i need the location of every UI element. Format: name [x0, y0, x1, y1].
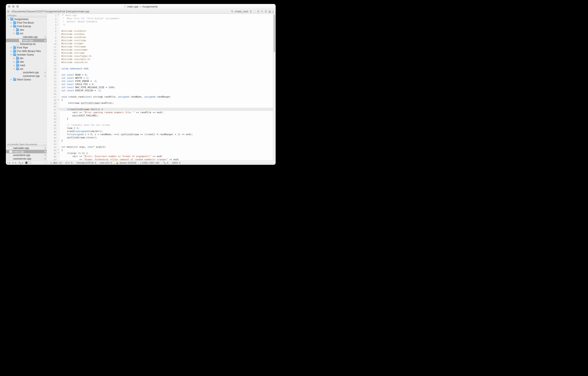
tree-item[interactable]: sockserver.cpp⊗ [6, 74, 47, 78]
code-line[interactable] [60, 70, 273, 73]
code-line[interactable]: outfileStream.close(); [60, 136, 273, 139]
tree-item[interactable]: Word Guess [6, 78, 47, 81]
search-icon[interactable]: 🔍 ▾ [18, 161, 23, 164]
code-area[interactable]: /* main.cpp * Main file for "Fork Execvp… [60, 14, 273, 161]
code-line[interactable]: int const CHILD_PID = 0; [60, 83, 273, 86]
tree-item[interactable]: Fun With Binary Files [6, 49, 47, 53]
code-line[interactable]: // randomly seed the out stream [60, 123, 273, 127]
history-icon[interactable]: ⟳ ▾ [12, 161, 16, 164]
tree-item[interactable]: Fork Pipe [6, 46, 47, 49]
tree-item[interactable]: forkexecvp.txt [6, 42, 47, 46]
tree-item[interactable]: Number Guess [6, 53, 47, 56]
disclosure-icon[interactable] [10, 50, 12, 52]
code-line[interactable]: ofstream outfileStream(randFile); [60, 102, 273, 105]
gear-icon[interactable]: ⚙ [6, 10, 10, 13]
close-icon[interactable]: ⊗ [44, 146, 47, 150]
close-icon[interactable]: ⊗ [44, 153, 47, 157]
disclosure-icon[interactable] [13, 57, 15, 59]
code-line[interactable]: int const EXECVP_FAILED = -1; [60, 89, 273, 92]
code-line[interactable]: << "Usage: forkexecvp <file> <amount of … [60, 158, 273, 161]
add-icon[interactable]: + ▾ [7, 161, 10, 164]
traffic-lights[interactable] [8, 5, 19, 8]
code-line[interactable]: #include <iostream> [60, 48, 273, 51]
disclosure-icon[interactable] [13, 64, 15, 66]
code-line[interactable]: #include <string> [60, 51, 273, 54]
tree-item[interactable]: bin [6, 56, 47, 60]
project-tree[interactable]: AssignmentsFind The BisonFork Execvpdocs… [6, 17, 47, 142]
code-line[interactable]: cerr << "Error: Incorrect number or form… [60, 155, 273, 158]
code-line[interactable]: using namespace std; [60, 67, 273, 70]
code-line[interactable]: #include <cstdio> [60, 32, 273, 36]
code-line[interactable]: int const WRITE = 1; [60, 76, 273, 80]
tree-item[interactable]: med [6, 64, 47, 67]
document-stats[interactable]: ▯4,901 / 502 / 181 [140, 161, 159, 164]
code-line[interactable]: if(outfileStream.fail()) { [60, 108, 273, 111]
code-line[interactable]: #include <cstring> [60, 39, 273, 42]
code-line[interactable]: void create_rand(const string& randFile,… [60, 95, 273, 98]
code-line[interactable]: #include <cstdlib> [60, 36, 273, 39]
code-line[interactable]: int const MAX_PIPE_MESSAGE_SIZE = 1000; [60, 86, 273, 89]
chevron-down-icon[interactable]: ▾ [7, 14, 9, 17]
code-line[interactable]: #include <cstdint> [60, 30, 273, 32]
minimize-window-icon[interactable] [12, 5, 15, 8]
code-line[interactable]: time_t t; [60, 127, 273, 130]
symbol-popup[interactable]: create_rand [235, 10, 248, 13]
code-line[interactable] [60, 26, 273, 30]
disclosure-icon[interactable] [10, 21, 12, 24]
code-line[interactable]: int const READ = 0; [60, 73, 273, 76]
language-selector[interactable]: C++⇅ [66, 161, 73, 164]
panel-icon[interactable]: ▤ [269, 10, 271, 13]
open-documents-header[interactable]: ▾ Currently Open Documents ⌄ [6, 143, 47, 146]
code-line[interactable]: * Main file for "Fork Execvp" assignment [60, 17, 273, 20]
disclosure-icon[interactable] [13, 61, 15, 63]
disclosure-icon[interactable] [10, 25, 12, 27]
zoom-selector[interactable]: 100%⇅ [172, 161, 181, 164]
chevron-down-icon[interactable]: ⌄ [43, 143, 45, 146]
disclosure-icon[interactable] [13, 29, 15, 31]
code-line[interactable] [60, 92, 273, 95]
open-documents-list[interactable]: calculate.cpp⊗main.cpp⊗sockclient.cpp⊗so… [6, 146, 47, 161]
close-icon[interactable]: ⊗ [44, 35, 47, 38]
search-results-count[interactable]: 🔍4 [163, 161, 168, 164]
code-line[interactable]: srand((unsigned)time(&t)); [60, 130, 273, 133]
lock-icon[interactable]: 🔓 [116, 161, 119, 164]
tree-item[interactable]: doc [6, 60, 47, 64]
code-line[interactable]: int main(int argc, char* argv[]) [60, 145, 273, 149]
code-line[interactable]: } [60, 117, 273, 120]
disclosure-icon[interactable] [13, 32, 15, 34]
code-line[interactable] [60, 105, 273, 108]
fold-column[interactable]: ▾⌐▾▾⌐⌐▾▾ [57, 14, 60, 161]
disclosure-icon[interactable] [10, 78, 12, 81]
file-switcher-icon[interactable]: ⇅ [231, 10, 233, 13]
code-line[interactable]: #include <sys/types.h> [60, 54, 273, 58]
panel-close-icon[interactable]: ▯ [273, 10, 274, 13]
code-line[interactable]: for(unsigned i = 0; i < randNums; ++i) o… [60, 133, 273, 136]
code-line[interactable]: */ [60, 23, 273, 26]
tree-item[interactable]: main.cpp⊗ [6, 39, 47, 42]
code-line[interactable] [60, 120, 273, 123]
vertical-scrollbar[interactable] [273, 14, 276, 161]
open-document-item[interactable]: sockserver.cpp⊗ [6, 157, 47, 161]
code-line[interactable]: if(argc != 4) { [60, 152, 273, 155]
code-line[interactable] [60, 64, 273, 67]
close-icon[interactable]: ⊗ [44, 150, 47, 153]
tree-item[interactable]: sockclient.cpp⊗ [6, 71, 47, 74]
line-number-gutter[interactable]: 1234567891011121314151617181920212223242… [47, 14, 57, 161]
close-icon[interactable]: ⊗ [44, 39, 47, 42]
close-icon[interactable]: ⊗ [44, 157, 47, 160]
code-line[interactable]: { [60, 98, 273, 102]
code-line[interactable]: #include <unistd.h> [60, 61, 273, 64]
tree-item[interactable]: src [6, 32, 47, 35]
pin-icon[interactable]: ✎ [261, 10, 263, 13]
code-line[interactable]: } [60, 139, 273, 142]
open-document-item[interactable]: main.cpp⊗ [6, 150, 47, 153]
tree-item[interactable]: Fork Execvp [6, 24, 47, 28]
code-line[interactable]: { [60, 149, 273, 152]
navigation-bar[interactable]: ⚙ ~/Documents/Classes/CS3377/Assignments… [6, 9, 276, 14]
open-document-item[interactable]: calculate.cpp⊗ [6, 146, 47, 150]
chevron-down-icon[interactable]: ▾ [7, 143, 9, 146]
project-pane-header[interactable]: ▾ Project [6, 14, 47, 17]
disclosure-icon[interactable] [10, 46, 12, 49]
titlebar[interactable]: main.cpp — Assignments [6, 4, 276, 9]
drag-handle-icon[interactable]: ⋮⋮ [43, 161, 47, 164]
